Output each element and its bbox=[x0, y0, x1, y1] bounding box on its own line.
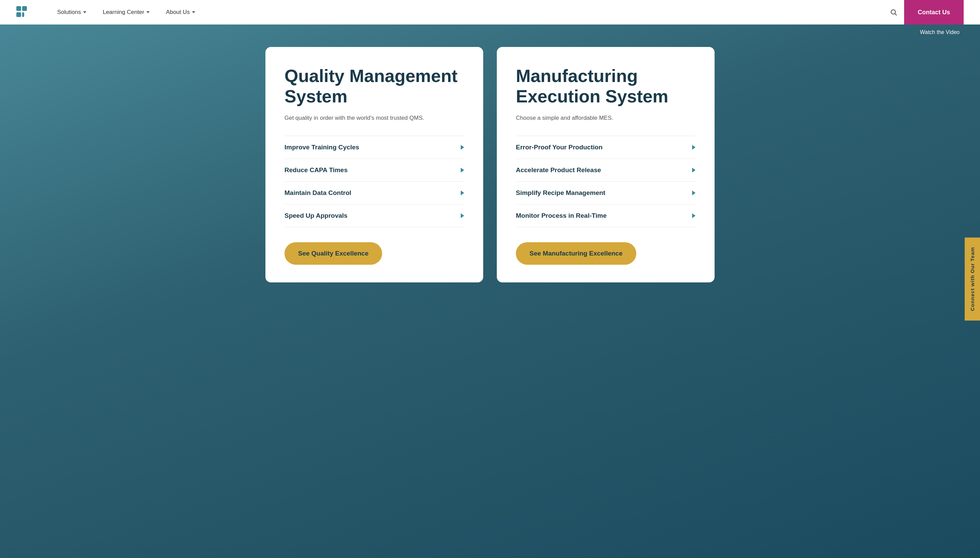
watch-video-label: Watch the Video bbox=[920, 29, 960, 35]
mes-subtitle: Choose a simple and affordable MES. bbox=[516, 114, 696, 123]
list-item-label: Improve Training Cycles bbox=[284, 144, 359, 151]
svg-point-4 bbox=[891, 10, 896, 14]
svg-line-5 bbox=[895, 14, 896, 15]
list-item-chevron-icon bbox=[461, 145, 464, 150]
list-item[interactable]: Maintain Data Control bbox=[284, 182, 464, 205]
qms-list: Improve Training Cycles Reduce CAPA Time… bbox=[284, 136, 464, 227]
list-item-label: Reduce CAPA Times bbox=[284, 166, 347, 174]
mes-cta: See Manufacturing Excellence bbox=[516, 242, 696, 265]
qms-cta: See Quality Excellence bbox=[284, 242, 464, 265]
list-item[interactable]: Accelerate Product Release bbox=[516, 159, 696, 182]
list-item[interactable]: Reduce CAPA Times bbox=[284, 159, 464, 182]
about-us-chevron-icon bbox=[192, 11, 195, 13]
logo[interactable] bbox=[16, 5, 33, 20]
see-manufacturing-excellence-button[interactable]: See Manufacturing Excellence bbox=[516, 242, 636, 265]
learning-center-chevron-icon bbox=[146, 11, 150, 13]
nav-solutions[interactable]: Solutions bbox=[49, 0, 95, 25]
qms-cta-label: See Quality Excellence bbox=[298, 250, 369, 257]
list-item-label: Monitor Process in Real-Time bbox=[516, 212, 607, 220]
qms-card: Quality Management System Get quality in… bbox=[266, 47, 483, 282]
nav-learning-center[interactable]: Learning Center bbox=[95, 0, 158, 25]
list-item-label: Simplify Recipe Management bbox=[516, 189, 605, 197]
mes-cta-label: See Manufacturing Excellence bbox=[529, 250, 623, 257]
list-item-chevron-icon bbox=[461, 168, 464, 172]
see-quality-excellence-button[interactable]: See Quality Excellence bbox=[284, 242, 382, 265]
list-item-label: Speed Up Approvals bbox=[284, 212, 347, 220]
list-item[interactable]: Error-Proof Your Production bbox=[516, 136, 696, 159]
mes-title: Manufacturing Execution System bbox=[516, 66, 696, 107]
list-item[interactable]: Simplify Recipe Management bbox=[516, 182, 696, 205]
connect-sidebar-label: Connect with Our Team bbox=[965, 238, 980, 320]
list-item-chevron-icon bbox=[692, 168, 696, 172]
watch-video-link[interactable]: Watch the Video bbox=[920, 29, 960, 35]
search-icon bbox=[890, 8, 897, 16]
nav-links: Solutions Learning Center About Us bbox=[49, 0, 883, 25]
solutions-label: Solutions bbox=[57, 9, 81, 16]
main-content: Quality Management System Get quality in… bbox=[245, 40, 735, 303]
connect-sidebar[interactable]: Connect with Our Team bbox=[965, 238, 980, 320]
list-item-chevron-icon bbox=[692, 213, 696, 218]
list-item-chevron-icon bbox=[692, 145, 696, 150]
list-item[interactable]: Monitor Process in Real-Time bbox=[516, 205, 696, 227]
list-item[interactable]: Speed Up Approvals bbox=[284, 205, 464, 227]
svg-rect-2 bbox=[16, 12, 21, 17]
nav-right: Contact Us bbox=[883, 0, 964, 25]
solutions-chevron-icon bbox=[83, 11, 87, 13]
svg-rect-1 bbox=[22, 6, 27, 11]
learning-center-label: Learning Center bbox=[103, 9, 144, 16]
watch-video-bar: Watch the Video bbox=[0, 25, 980, 40]
list-item-label: Accelerate Product Release bbox=[516, 166, 601, 174]
mes-list: Error-Proof Your Production Accelerate P… bbox=[516, 136, 696, 227]
list-item-chevron-icon bbox=[461, 213, 464, 218]
contact-us-button[interactable]: Contact Us bbox=[904, 0, 964, 25]
list-item-chevron-icon bbox=[692, 190, 696, 195]
nav-about-us[interactable]: About Us bbox=[158, 0, 204, 25]
list-item-label: Error-Proof Your Production bbox=[516, 144, 602, 151]
navigation: Solutions Learning Center About Us Conta… bbox=[0, 0, 980, 25]
contact-us-label: Contact Us bbox=[918, 9, 950, 16]
qms-title: Quality Management System bbox=[284, 66, 464, 107]
svg-rect-0 bbox=[16, 6, 21, 11]
mes-card: Manufacturing Execution System Choose a … bbox=[497, 47, 714, 282]
list-item[interactable]: Improve Training Cycles bbox=[284, 136, 464, 159]
svg-rect-3 bbox=[22, 12, 24, 17]
logo-icon bbox=[16, 5, 33, 18]
about-us-label: About Us bbox=[166, 9, 190, 16]
search-button[interactable] bbox=[883, 5, 904, 20]
qms-subtitle: Get quality in order with the world's mo… bbox=[284, 114, 464, 123]
list-item-chevron-icon bbox=[461, 190, 464, 195]
list-item-label: Maintain Data Control bbox=[284, 189, 351, 197]
